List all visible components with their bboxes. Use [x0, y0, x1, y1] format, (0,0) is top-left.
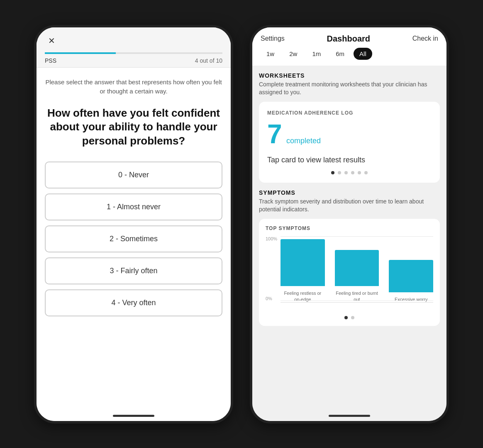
top-symptoms-label: TOP SYMPTOMS: [266, 225, 433, 231]
dot-4: [351, 171, 354, 174]
completed-text: completed: [286, 137, 321, 145]
worksheet-dots: [267, 171, 432, 174]
tab-all[interactable]: All: [354, 48, 372, 60]
answer-options: 0 - Never 1 - Almost never 2 - Sometimes…: [45, 162, 222, 316]
right-content: WORKSHEETS Complete treatment monitoring…: [252, 66, 446, 421]
bar-label-3: Excessive worry: [395, 296, 427, 302]
symptoms-dot-1: [344, 316, 348, 319]
symptoms-chart: 100% 0% Feeling restless or on-edge Fe: [266, 236, 433, 311]
right-phone: Settings Dashboard Check in 1w 2w 1m 6m …: [250, 25, 449, 424]
tab-2w[interactable]: 2w: [283, 48, 303, 60]
left-header: ✕: [37, 27, 231, 54]
settings-link[interactable]: Settings: [261, 35, 285, 42]
left-phone: ✕ PSS 4 out of 10 Please select the answ…: [34, 25, 233, 424]
bar-group-1: Feeling restless or on-edge: [281, 239, 325, 302]
dot-6: [364, 171, 368, 174]
dot-3: [344, 171, 348, 174]
symptoms-section-title: SYMPTOMS: [259, 189, 440, 196]
home-indicator-right: [329, 415, 370, 417]
tab-1m[interactable]: 1m: [306, 48, 327, 60]
bar-3: [389, 260, 433, 292]
worksheets-card[interactable]: MEDICATION ADHERENCE LOG 7 completed Tap…: [259, 102, 440, 183]
check-in-link[interactable]: Check in: [412, 35, 438, 42]
symptoms-section: SYMPTOMS Track symptom severity and dist…: [259, 189, 440, 326]
close-button[interactable]: ✕: [45, 34, 58, 47]
symptoms-section-desc: Track symptom severity and distribution …: [259, 198, 440, 214]
home-indicator: [113, 415, 154, 417]
pss-row: PSS 4 out of 10: [37, 54, 231, 68]
tap-card-text: Tap card to view latest results: [267, 156, 432, 164]
bar-group-2: Feeling tired or burnt out: [335, 250, 379, 302]
left-content: Please select the answer that best repre…: [37, 68, 231, 421]
tab-1w[interactable]: 1w: [261, 48, 280, 60]
completed-number: 7: [267, 119, 282, 149]
right-screen: Settings Dashboard Check in 1w 2w 1m 6m …: [252, 27, 446, 421]
worksheets-section-title: WORKSHEETS: [259, 72, 440, 79]
worksheets-section-desc: Complete treatment monitoring worksheets…: [259, 81, 440, 97]
completed-row: 7 completed: [267, 121, 432, 147]
left-screen: ✕ PSS 4 out of 10 Please select the answ…: [37, 27, 231, 421]
medication-card-label: MEDICATION ADHERENCE LOG: [267, 110, 432, 116]
bar-1: [281, 239, 325, 286]
y-max-label: 100%: [266, 236, 277, 241]
answer-never[interactable]: 0 - Never: [45, 162, 222, 189]
pss-label: PSS: [45, 57, 56, 64]
dot-1: [331, 171, 334, 174]
tab-6m[interactable]: 6m: [330, 48, 350, 60]
grid-line-top: [281, 236, 433, 237]
instruction-text: Please select the answer that best repre…: [45, 78, 222, 96]
symptoms-dot-2: [351, 316, 354, 319]
dot-5: [358, 171, 361, 174]
answer-fairly-often[interactable]: 3 - Fairly often: [45, 257, 222, 284]
answer-very-often[interactable]: 4 - Very often: [45, 289, 222, 316]
question-text: How often have you felt confident about …: [45, 106, 222, 148]
answer-sometimes[interactable]: 2 - Sometimes: [45, 225, 222, 252]
dot-2: [338, 171, 341, 174]
top-symptoms-card[interactable]: TOP SYMPTOMS 100% 0% Feeling restless or…: [259, 219, 440, 326]
bar-2: [335, 250, 379, 286]
bar-group-3: Excessive worry: [389, 260, 433, 302]
grid-line-bottom: [281, 301, 433, 301]
time-tabs: 1w 2w 1m 6m All: [252, 44, 446, 66]
pss-count: 4 out of 10: [195, 57, 222, 64]
y-min-label: 0%: [266, 296, 272, 301]
dashboard-title: Dashboard: [327, 34, 370, 44]
chart-bars: Feeling restless or on-edge Feeling tire…: [281, 236, 433, 303]
right-top-bar: Settings Dashboard Check in: [252, 27, 446, 44]
symptoms-dots: [266, 316, 433, 319]
answer-almost-never[interactable]: 1 - Almost never: [45, 193, 222, 220]
